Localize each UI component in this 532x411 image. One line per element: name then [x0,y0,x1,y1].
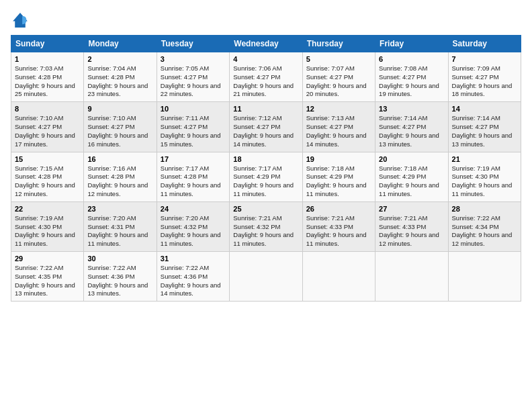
header-row: SundayMondayTuesdayWednesdayThursdayFrid… [11,36,521,52]
day-info: Sunrise: 7:22 AMSunset: 4:36 PMDaylight:… [87,264,148,297]
day-number: 1 [15,55,80,63]
day-info: Sunrise: 7:09 AMSunset: 4:27 PMDaylight:… [452,64,513,97]
day-number: 2 [87,55,152,63]
day-info: Sunrise: 7:20 AMSunset: 4:32 PMDaylight:… [161,214,221,247]
calendar-cell: 14Sunrise: 7:14 AMSunset: 4:27 PMDayligh… [448,102,521,152]
day-info: Sunrise: 7:16 AMSunset: 4:28 PMDaylight:… [87,165,148,197]
day-number: 5 [306,55,371,63]
day-number: 21 [452,155,517,163]
week-row: 29Sunrise: 7:22 AMSunset: 4:35 PMDayligh… [11,252,521,302]
day-number: 8 [15,105,80,113]
calendar-cell: 6Sunrise: 7:08 AMSunset: 4:27 PMDaylight… [375,52,448,102]
col-header-monday: Monday [84,36,157,52]
day-info: Sunrise: 7:19 AMSunset: 4:30 PMDaylight:… [452,165,513,197]
day-number: 30 [87,255,152,263]
day-number: 6 [379,55,444,63]
calendar-cell: 12Sunrise: 7:13 AMSunset: 4:27 PMDayligh… [302,102,375,152]
logo-icon [11,11,30,30]
week-row: 8Sunrise: 7:10 AMSunset: 4:27 PMDaylight… [11,102,521,152]
calendar-cell: 4Sunrise: 7:06 AMSunset: 4:27 PMDaylight… [230,52,302,102]
day-number: 27 [379,205,444,213]
calendar-cell [230,252,302,302]
day-number: 11 [233,105,298,113]
day-info: Sunrise: 7:14 AMSunset: 4:27 PMDaylight:… [379,114,439,147]
col-header-friday: Friday [375,36,448,52]
day-info: Sunrise: 7:21 AMSunset: 4:33 PMDaylight:… [306,214,367,247]
day-number: 15 [15,155,80,163]
day-info: Sunrise: 7:17 AMSunset: 4:29 PMDaylight:… [233,165,294,197]
day-number: 23 [87,205,152,213]
calendar-cell: 13Sunrise: 7:14 AMSunset: 4:27 PMDayligh… [375,102,448,152]
day-info: Sunrise: 7:04 AMSunset: 4:28 PMDaylight:… [87,64,148,97]
day-info: Sunrise: 7:19 AMSunset: 4:30 PMDaylight:… [15,214,75,247]
day-number: 10 [161,105,226,113]
calendar-cell: 25Sunrise: 7:21 AMSunset: 4:32 PMDayligh… [230,201,302,251]
calendar-cell: 28Sunrise: 7:22 AMSunset: 4:34 PMDayligh… [448,201,521,251]
day-number: 20 [379,155,444,163]
day-number: 14 [452,105,517,113]
day-number: 9 [87,105,152,113]
calendar-cell: 29Sunrise: 7:22 AMSunset: 4:35 PMDayligh… [11,252,84,302]
calendar-cell [375,252,448,302]
col-header-wednesday: Wednesday [230,36,302,52]
calendar-cell: 31Sunrise: 7:22 AMSunset: 4:36 PMDayligh… [157,252,229,302]
day-number: 17 [161,155,226,163]
calendar-cell: 17Sunrise: 7:17 AMSunset: 4:28 PMDayligh… [157,152,229,201]
calendar-cell: 15Sunrise: 7:15 AMSunset: 4:28 PMDayligh… [11,152,84,201]
col-header-sunday: Sunday [11,36,84,52]
day-info: Sunrise: 7:18 AMSunset: 4:29 PMDaylight:… [379,165,439,197]
day-info: Sunrise: 7:22 AMSunset: 4:35 PMDaylight:… [15,264,75,297]
week-row: 15Sunrise: 7:15 AMSunset: 4:28 PMDayligh… [11,152,521,201]
calendar-cell: 20Sunrise: 7:18 AMSunset: 4:29 PMDayligh… [375,152,448,201]
day-info: Sunrise: 7:17 AMSunset: 4:28 PMDaylight:… [161,165,221,197]
day-number: 26 [306,205,371,213]
day-number: 3 [161,55,226,63]
day-number: 29 [15,255,80,263]
calendar-cell: 8Sunrise: 7:10 AMSunset: 4:27 PMDaylight… [11,102,84,152]
day-number: 19 [306,155,371,163]
day-number: 13 [379,105,444,113]
day-info: Sunrise: 7:08 AMSunset: 4:27 PMDaylight:… [379,64,439,97]
calendar-cell: 21Sunrise: 7:19 AMSunset: 4:30 PMDayligh… [448,152,521,201]
day-info: Sunrise: 7:14 AMSunset: 4:27 PMDaylight:… [452,114,513,147]
calendar-cell: 19Sunrise: 7:18 AMSunset: 4:29 PMDayligh… [302,152,375,201]
calendar-cell: 5Sunrise: 7:07 AMSunset: 4:27 PMDaylight… [302,52,375,102]
calendar-cell: 3Sunrise: 7:05 AMSunset: 4:27 PMDaylight… [157,52,229,102]
day-info: Sunrise: 7:03 AMSunset: 4:28 PMDaylight:… [15,64,75,97]
calendar-cell: 1Sunrise: 7:03 AMSunset: 4:28 PMDaylight… [11,52,84,102]
day-number: 18 [233,155,298,163]
calendar-cell: 16Sunrise: 7:16 AMSunset: 4:28 PMDayligh… [84,152,157,201]
calendar-cell [302,252,375,302]
day-number: 4 [233,55,298,63]
calendar-table: SundayMondayTuesdayWednesdayThursdayFrid… [11,35,521,302]
day-info: Sunrise: 7:22 AMSunset: 4:34 PMDaylight:… [452,214,513,247]
calendar-cell: 18Sunrise: 7:17 AMSunset: 4:29 PMDayligh… [230,152,302,201]
calendar-cell: 27Sunrise: 7:21 AMSunset: 4:33 PMDayligh… [375,201,448,251]
col-header-thursday: Thursday [302,36,375,52]
day-info: Sunrise: 7:11 AMSunset: 4:27 PMDaylight:… [161,114,221,147]
day-info: Sunrise: 7:13 AMSunset: 4:27 PMDaylight:… [306,114,367,147]
day-info: Sunrise: 7:21 AMSunset: 4:32 PMDaylight:… [233,214,294,247]
col-header-saturday: Saturday [448,36,521,52]
day-number: 22 [15,205,80,213]
calendar-cell: 2Sunrise: 7:04 AMSunset: 4:28 PMDaylight… [84,52,157,102]
calendar-cell: 11Sunrise: 7:12 AMSunset: 4:27 PMDayligh… [230,102,302,152]
calendar-cell [448,252,521,302]
day-info: Sunrise: 7:18 AMSunset: 4:29 PMDaylight:… [306,165,367,197]
day-info: Sunrise: 7:06 AMSunset: 4:27 PMDaylight:… [233,64,294,97]
calendar-cell: 23Sunrise: 7:20 AMSunset: 4:31 PMDayligh… [84,201,157,251]
day-info: Sunrise: 7:20 AMSunset: 4:31 PMDaylight:… [87,214,148,247]
logo [11,11,32,30]
day-number: 24 [161,205,226,213]
day-info: Sunrise: 7:05 AMSunset: 4:27 PMDaylight:… [161,64,221,97]
day-number: 25 [233,205,298,213]
week-row: 22Sunrise: 7:19 AMSunset: 4:30 PMDayligh… [11,201,521,251]
day-info: Sunrise: 7:22 AMSunset: 4:36 PMDaylight:… [161,264,221,297]
day-number: 16 [87,155,152,163]
day-info: Sunrise: 7:10 AMSunset: 4:27 PMDaylight:… [87,114,148,147]
calendar-cell: 26Sunrise: 7:21 AMSunset: 4:33 PMDayligh… [302,201,375,251]
day-info: Sunrise: 7:15 AMSunset: 4:28 PMDaylight:… [15,165,75,197]
page-header [11,11,521,30]
calendar-cell: 22Sunrise: 7:19 AMSunset: 4:30 PMDayligh… [11,201,84,251]
week-row: 1Sunrise: 7:03 AMSunset: 4:28 PMDaylight… [11,52,521,102]
